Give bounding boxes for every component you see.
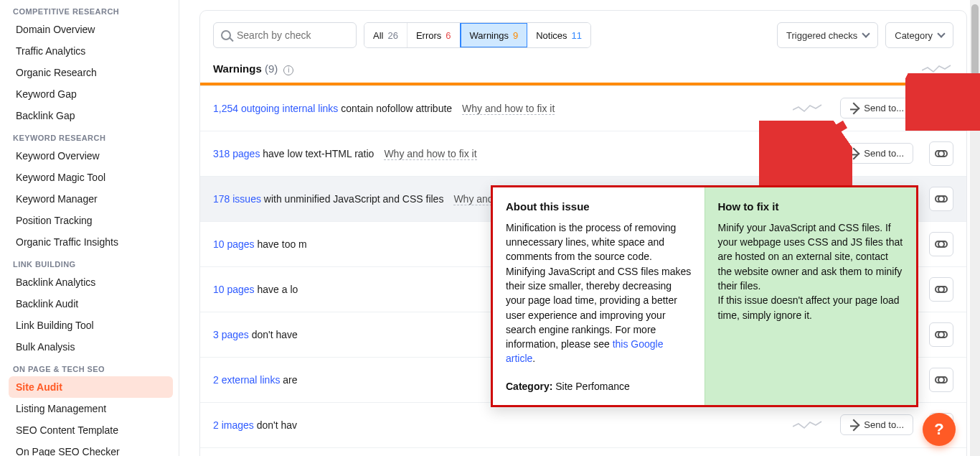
why-how-to-fix-link[interactable]: Why and how to fix it <box>384 148 476 160</box>
triggered-checks-dropdown[interactable]: Triggered checks <box>777 22 878 48</box>
sidebar-item-backlink-gap[interactable]: Backlink Gap <box>9 105 173 126</box>
eye-icon <box>935 105 948 112</box>
popup-about-body: Minification is the process of removing … <box>506 220 692 366</box>
dropdown-label: Category <box>895 30 933 41</box>
sidebar-item-domain-overview[interactable]: Domain Overview <box>9 19 173 40</box>
scrollbar-thumb[interactable] <box>971 4 979 83</box>
section-header: Warnings (9) i <box>200 58 966 83</box>
sidebar-item-on-page-seo-checker[interactable]: On Page SEO Checker <box>9 441 173 456</box>
tab-label: Notices <box>536 30 567 41</box>
issue-rest: don't have <box>249 329 298 340</box>
popup-category-key: Category: <box>506 381 552 392</box>
issue-link[interactable]: 178 issues <box>213 193 261 205</box>
issue-link[interactable]: 10 pages <box>213 284 255 295</box>
tab-all[interactable]: All 26 <box>364 23 407 47</box>
issue-link[interactable]: 3 pages <box>213 329 249 340</box>
popup-fix: How to fix it Minify your JavaScript and… <box>705 187 917 405</box>
tab-count: 6 <box>446 30 451 41</box>
hide-issue-button[interactable] <box>929 187 953 211</box>
hide-issue-button[interactable] <box>929 368 953 392</box>
tab-notices[interactable]: Notices 11 <box>527 23 590 47</box>
sidebar-item-backlink-analytics[interactable]: Backlink Analytics <box>9 271 173 293</box>
send-to-label: Send to... <box>864 148 904 159</box>
sidebar-item-keyword-overview[interactable]: Keyword Overview <box>9 145 173 167</box>
popup-category-val: Site Perfomance <box>552 381 629 392</box>
tab-count: 9 <box>513 30 518 41</box>
sidebar-item-organic-research[interactable]: Organic Research <box>9 62 173 83</box>
issue-row: Sitemap.xml not incSend to... <box>200 447 966 457</box>
app-root: COMPETITIVE RESEARCH Domain Overview Tra… <box>0 0 980 456</box>
sidebar-item-traffic-analytics[interactable]: Traffic Analytics <box>9 40 173 62</box>
chevron-down-icon <box>937 29 945 37</box>
severity-tabs: All 26 Errors 6 Warnings 9 Notices 11 <box>364 22 591 48</box>
share-icon <box>848 147 860 159</box>
toolbar: All 26 Errors 6 Warnings 9 Notices 11 <box>200 11 966 58</box>
issue-rest: are <box>280 374 297 386</box>
info-icon[interactable]: i <box>283 65 293 75</box>
tab-count: 26 <box>387 30 397 41</box>
hide-issue-button[interactable] <box>929 322 953 347</box>
popup-fix-title: How to fix it <box>718 199 904 215</box>
issue-text: 3 pages don't have <box>213 329 298 340</box>
help-fab-button[interactable]: ? <box>923 413 956 446</box>
eye-icon <box>935 150 948 157</box>
send-to-button[interactable]: Send to... <box>840 143 913 164</box>
tab-label: Warnings <box>470 30 509 41</box>
send-to-button[interactable]: Send to... <box>840 98 913 118</box>
issue-link[interactable]: 1,254 outgoing internal links <box>213 103 338 114</box>
issue-text: 2 external links are <box>213 374 298 386</box>
sidebar-item-site-audit[interactable]: Site Audit <box>9 376 173 398</box>
tooltip-popup: About this issue Minification is the pro… <box>491 185 918 407</box>
why-how-to-fix-link[interactable]: Why and how to fix it <box>462 103 555 115</box>
hide-issue-button[interactable] <box>929 96 953 121</box>
hide-issue-button[interactable] <box>929 141 953 166</box>
issue-link[interactable]: 318 pages <box>213 148 260 159</box>
issue-rest: contain nofollow attribute <box>338 103 452 114</box>
sidebar-item-listing-management[interactable]: Listing Management <box>9 398 173 419</box>
section-title-wrap: Warnings (9) i <box>213 62 293 75</box>
issue-link[interactable]: 2 images <box>213 419 254 431</box>
popup-about-tail: . <box>532 353 535 364</box>
issue-rest: have too m <box>255 238 307 250</box>
sidebar-item-organic-traffic-insights[interactable]: Organic Traffic Insights <box>9 231 173 253</box>
hide-issue-button[interactable] <box>929 277 953 302</box>
dropdown-label: Triggered checks <box>786 30 857 41</box>
search-input[interactable] <box>237 29 337 41</box>
issue-link[interactable]: 10 pages <box>213 238 255 250</box>
popup-category: Category: Site Perfomance <box>506 379 692 394</box>
send-to-label: Send to... <box>864 103 904 113</box>
sidebar-item-link-building-tool[interactable]: Link Building Tool <box>9 315 173 336</box>
search-by-check[interactable] <box>213 22 357 48</box>
sidebar-item-keyword-manager[interactable]: Keyword Manager <box>9 188 173 210</box>
category-dropdown[interactable]: Category <box>885 22 953 48</box>
row-sparkline <box>793 419 824 431</box>
popup-about-title: About this issue <box>506 199 692 215</box>
send-to-button[interactable]: Send to... <box>840 414 913 435</box>
issue-rest: with unminified JavaScript and CSS files <box>261 193 443 205</box>
search-icon <box>221 30 231 40</box>
issue-text: 10 pages have a lo <box>213 284 298 295</box>
issue-row: 1,254 outgoing internal links contain no… <box>200 85 966 131</box>
tab-errors[interactable]: Errors 6 <box>407 23 461 47</box>
sidebar-heading: COMPETITIVE RESEARCH <box>9 0 173 19</box>
sidebar-item-position-tracking[interactable]: Position Tracking <box>9 210 173 231</box>
sidebar-item-keyword-gap[interactable]: Keyword Gap <box>9 83 173 105</box>
hide-issue-button[interactable] <box>929 232 953 256</box>
issue-link[interactable]: 2 external links <box>213 374 280 386</box>
sidebar-item-seo-content-template[interactable]: SEO Content Template <box>9 419 173 441</box>
sidebar-heading: LINK BUILDING <box>9 253 173 271</box>
sidebar-item-bulk-analysis[interactable]: Bulk Analysis <box>9 336 173 358</box>
eye-icon <box>935 195 948 203</box>
tab-warnings[interactable]: Warnings 9 <box>460 22 529 48</box>
sidebar: COMPETITIVE RESEARCH Domain Overview Tra… <box>0 0 179 456</box>
row-sparkline <box>793 103 824 114</box>
page-scrollbar[interactable] <box>970 0 980 456</box>
sidebar-item-keyword-magic[interactable]: Keyword Magic Tool <box>9 167 173 188</box>
issue-text: 2 images don't hav <box>213 419 297 431</box>
sidebar-item-backlink-audit[interactable]: Backlink Audit <box>9 293 173 315</box>
share-icon <box>848 102 860 114</box>
help-icon: ? <box>934 420 943 439</box>
issue-rest: don't hav <box>254 419 297 431</box>
section-sparkline <box>922 63 953 75</box>
share-icon <box>848 419 860 431</box>
